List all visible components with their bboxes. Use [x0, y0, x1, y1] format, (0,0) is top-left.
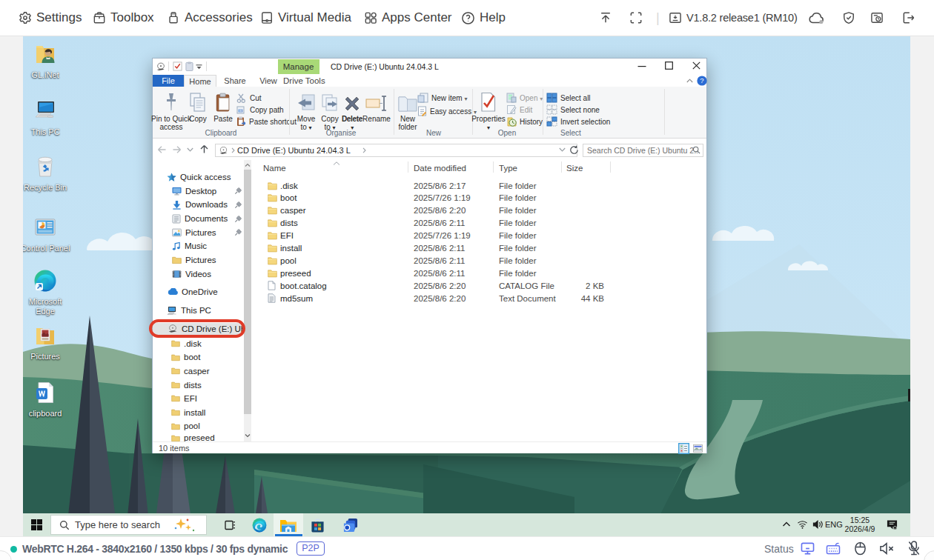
svg-text:?: ?	[700, 76, 703, 84]
